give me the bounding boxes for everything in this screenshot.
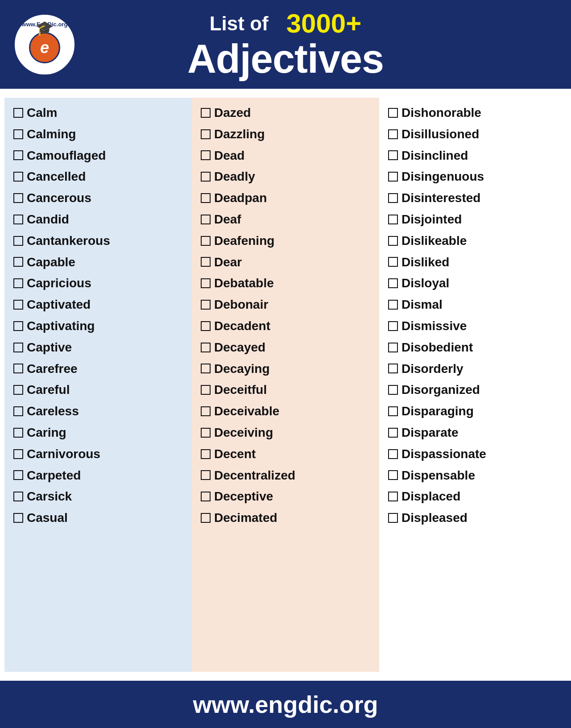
checkbox-icon <box>201 257 211 267</box>
checkbox-icon <box>201 278 211 288</box>
list-item: Displeased <box>388 507 558 529</box>
word-label: Dishonorable <box>401 104 481 121</box>
list-item: Deceivable <box>201 401 370 422</box>
word-label: Dazed <box>214 104 251 121</box>
checkbox-icon <box>13 513 23 523</box>
list-item: Disingenuous <box>388 166 558 187</box>
checkbox-icon <box>201 364 211 373</box>
list-item: Deceitful <box>201 379 370 401</box>
word-label: Decent <box>214 446 256 463</box>
checkbox-icon <box>388 150 398 160</box>
checkbox-icon <box>201 215 211 224</box>
word-label: Candid <box>27 211 69 228</box>
checkbox-icon <box>201 300 211 310</box>
footer: www.engdic.org <box>0 681 571 728</box>
checkbox-icon <box>201 172 211 182</box>
checkbox-icon <box>201 236 211 246</box>
checkbox-icon <box>388 172 398 182</box>
list-item: Decimated <box>201 507 370 529</box>
list-item: Candid <box>13 209 183 230</box>
word-label: Deadly <box>214 168 255 185</box>
word-label: Disingenuous <box>401 168 484 185</box>
list-item: Dismissive <box>388 315 558 337</box>
word-label: Captive <box>27 339 72 356</box>
list-item: Captivating <box>13 315 183 337</box>
checkbox-icon <box>388 492 398 501</box>
checkbox-icon <box>13 406 23 416</box>
list-item: Casual <box>13 507 183 529</box>
list-item: Deceiving <box>201 422 370 443</box>
word-label: Deaf <box>214 211 241 228</box>
word-label: Dispassionate <box>401 446 486 463</box>
list-item: Captive <box>13 337 183 358</box>
list-item: Dishonorable <box>388 102 558 124</box>
word-label: Deadpan <box>214 190 267 207</box>
word-label: Disillusioned <box>401 126 479 143</box>
checkbox-icon <box>388 300 398 310</box>
main-content: CalmCalmingCamouflagedCancelledCancerous… <box>0 89 571 681</box>
list-item: Debonair <box>201 294 370 315</box>
checkbox-icon <box>13 129 23 139</box>
word-label: Careless <box>27 403 79 420</box>
word-label: Carsick <box>27 488 72 505</box>
word-label: Disparaging <box>401 403 474 420</box>
list-item: Decadent <box>201 315 370 337</box>
checkbox-icon <box>13 172 23 182</box>
list-item: Dead <box>201 145 370 166</box>
list-item: Disorganized <box>388 379 558 401</box>
list-item: Carnivorous <box>13 443 183 465</box>
column-2: DazedDazzlingDeadDeadlyDeadpanDeafDeafen… <box>192 98 379 672</box>
word-label: Dislikeable <box>401 232 467 249</box>
word-label: Deafening <box>214 232 274 249</box>
list-item: Dislikeable <box>388 230 558 252</box>
list-item: Camouflaged <box>13 145 183 166</box>
list-item: Dazed <box>201 102 370 124</box>
list-item: Dispassionate <box>388 443 558 465</box>
footer-url: www.engdic.org <box>13 691 558 718</box>
checkbox-icon <box>13 321 23 331</box>
list-item: Calm <box>13 102 183 124</box>
word-label: Disinclined <box>401 147 468 164</box>
list-item: Carsick <box>13 486 183 507</box>
header: www.EngDic.org 🎓 e List of 3000+ Adjecti… <box>0 0 571 89</box>
column-3: DishonorableDisillusionedDisinclinedDisi… <box>379 98 567 672</box>
checkbox-icon <box>13 215 23 224</box>
word-label: Deceiving <box>214 424 273 441</box>
list-item: Disliked <box>388 252 558 273</box>
list-item: Careless <box>13 401 183 422</box>
list-item: Debatable <box>201 273 370 294</box>
word-label: Decayed <box>214 339 265 356</box>
checkbox-icon <box>13 449 23 459</box>
word-label: Displeased <box>401 509 468 526</box>
checkbox-icon <box>201 449 211 459</box>
word-label: Debatable <box>214 275 274 292</box>
checkbox-icon <box>201 492 211 501</box>
checkbox-icon <box>201 513 211 523</box>
list-item: Disorderly <box>388 358 558 380</box>
list-item: Disillusioned <box>388 124 558 145</box>
checkbox-icon <box>388 236 398 246</box>
word-label: Dismal <box>401 296 443 313</box>
checkbox-icon <box>388 321 398 331</box>
list-item: Capricious <box>13 273 183 294</box>
word-label: Dispensable <box>401 467 475 484</box>
word-label: Dead <box>214 147 244 164</box>
checkbox-icon <box>201 321 211 331</box>
list-item: Disinterested <box>388 187 558 209</box>
list-item: Decentralized <box>201 465 370 486</box>
word-label: Captivated <box>27 296 91 313</box>
checkbox-icon <box>201 343 211 352</box>
list-item: Disparate <box>388 422 558 443</box>
checkbox-icon <box>388 129 398 139</box>
word-label: Camouflaged <box>27 147 106 164</box>
checkbox-icon <box>13 150 23 160</box>
word-label: Casual <box>27 509 68 526</box>
checkbox-icon <box>201 193 211 203</box>
list-item: Carefree <box>13 358 183 380</box>
checkbox-icon <box>201 108 211 118</box>
list-item: Capable <box>13 252 183 273</box>
word-label: Careful <box>27 381 70 398</box>
checkbox-icon <box>13 385 23 395</box>
word-label: Cancelled <box>27 168 86 185</box>
checkbox-icon <box>388 193 398 203</box>
